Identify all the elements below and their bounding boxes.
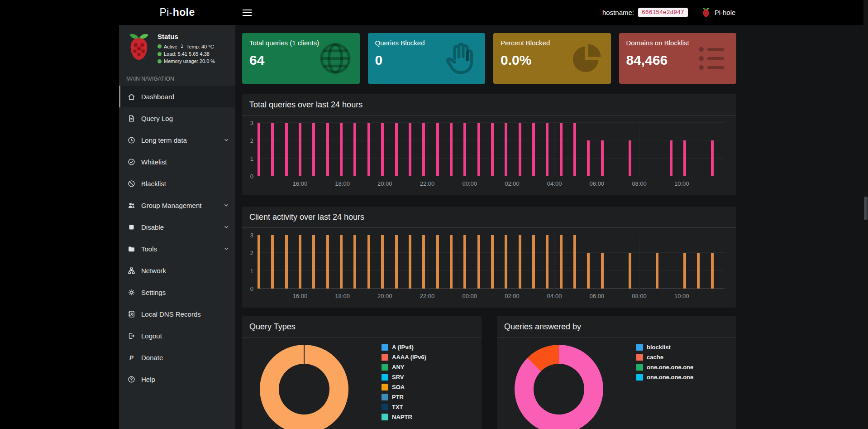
sidebar-item-label: Tools: [141, 245, 157, 253]
v-gridline: [554, 123, 555, 176]
sidebar-item-whitelist[interactable]: Whitelist: [119, 151, 235, 173]
legend-item-one-one-one-one[interactable]: one.one.one.one: [636, 374, 693, 381]
scrollbar-thumb[interactable]: [864, 197, 868, 220]
bar: [395, 123, 398, 176]
bar: [601, 140, 604, 176]
dashboard-content: Total queries (1 clients) 64 Queries Blo…: [242, 25, 736, 429]
card-total-queries[interactable]: Total queries (1 clients) 64: [242, 33, 360, 84]
bar: [491, 123, 494, 176]
bar: [519, 123, 521, 176]
sidebar-item-settings[interactable]: Settings: [119, 281, 235, 303]
bar: [532, 235, 535, 289]
legend-item-aaaa-ipv6-[interactable]: AAAA (IPv6): [382, 354, 426, 361]
legend-item-cache[interactable]: cache: [636, 354, 693, 361]
navbar-right: hostname: 666154e2d947 Pi-hole: [602, 0, 735, 25]
panel-title: Queries answered by: [504, 322, 729, 332]
status-title: Status: [157, 33, 215, 40]
bar: [258, 123, 260, 176]
sidebar-toggle-button[interactable]: [235, 0, 259, 25]
sidebar-item-label: Disable: [141, 223, 164, 231]
x-tick-label: 18:00: [335, 180, 350, 187]
sidebar-item-label: Blacklist: [141, 180, 166, 188]
legend-item-soa[interactable]: SOA: [382, 384, 426, 390]
bar: [381, 235, 384, 289]
page-scrollbar[interactable]: [863, 0, 868, 429]
v-gridline: [385, 123, 385, 176]
legend-item-any[interactable]: ANY: [382, 364, 426, 371]
sidebar-item-long-term-data[interactable]: Long term data: [119, 129, 235, 151]
bar: [326, 235, 329, 289]
y-tick-label: 0: [250, 174, 253, 179]
legend-label: cache: [647, 354, 663, 361]
hand-stop-icon: [443, 40, 479, 77]
v-gridline: [427, 235, 428, 289]
legend-item-txt[interactable]: TXT: [382, 404, 426, 410]
bar: [285, 235, 288, 289]
sidebar-item-label: Long term data: [141, 136, 187, 144]
product-name: Pi-hole: [715, 9, 736, 16]
chevron-down-icon: [223, 202, 229, 208]
sidebar-item-logout[interactable]: Logout: [119, 325, 235, 347]
sidebar-item-query-log[interactable]: Query Log: [119, 107, 235, 129]
sidebar-item-network[interactable]: Network: [119, 260, 235, 281]
status-ok-icon: [157, 52, 162, 56]
bar: [670, 140, 672, 176]
query-types-legend: A (IPv4)AAAA (IPv6)ANYSRVSOAPTRTXTNAPTR: [382, 344, 426, 420]
sidebar-item-group-management[interactable]: Group Management: [119, 194, 235, 216]
sidebar-item-dashboard[interactable]: Dashboard: [119, 86, 235, 107]
legend-item-a-ipv4-[interactable]: A (IPv4): [382, 344, 426, 351]
client-activity-bar-chart[interactable]: 012316:0018:0020:0022:0000:0002:0004:000…: [242, 228, 736, 308]
legend-item-srv[interactable]: SRV: [382, 374, 426, 381]
legend-swatch: [382, 344, 388, 351]
sidebar-item-donate[interactable]: P Donate: [119, 347, 235, 368]
status-panel: Status Active Temp: 40 °C Load: 5.41 5.6…: [119, 25, 235, 69]
x-tick-label: 22:00: [420, 180, 435, 187]
status-row-active: Active Temp: 40 °C: [157, 43, 215, 49]
queries-answered-by-legend: blocklistcacheone.one.one.oneone.one.one…: [636, 344, 693, 381]
queries-answered-by-donut[interactable]: [515, 345, 603, 429]
bar: [477, 235, 480, 289]
bottom-panels-row: Query Types A (IPv4)AAAA (IPv6)ANYSRVSOA…: [242, 316, 736, 429]
brand-logo[interactable]: Pi-hole: [119, 0, 235, 25]
card-domains-on-blocklist[interactable]: Domains on Blocklist 84,466: [619, 33, 737, 84]
card-queries-blocked[interactable]: Queries Blocked 0: [368, 33, 486, 84]
sidebar-item-blacklist[interactable]: Blacklist: [119, 173, 235, 194]
chart-plot[interactable]: 012316:0018:0020:0022:0000:0002:0004:000…: [258, 123, 725, 176]
bar: [711, 253, 714, 289]
x-tick-label: 16:00: [293, 180, 308, 187]
paypal-icon: P: [127, 354, 136, 362]
queries-bar-chart[interactable]: 012316:0018:0020:0022:0000:0002:0004:000…: [242, 116, 736, 195]
brand-suffix: hole: [173, 6, 195, 19]
v-gridline: [427, 123, 428, 176]
legend-item-one-one-one-one[interactable]: one.one.one.one: [636, 364, 693, 371]
sidebar-item-help[interactable]: Help: [119, 368, 235, 390]
legend-item-ptr[interactable]: PTR: [382, 394, 426, 400]
bar: [409, 123, 411, 176]
legend-swatch: [382, 364, 388, 371]
bar: [381, 123, 384, 176]
chart-plot[interactable]: 012316:0018:0020:0022:0000:0002:0004:000…: [258, 235, 725, 289]
legend-item-blocklist[interactable]: blocklist: [636, 344, 693, 351]
y-tick-label: 3: [250, 232, 253, 238]
sidebar-item-tools[interactable]: Tools: [119, 238, 235, 260]
sidebar-item-local-dns-records[interactable]: Local DNS Records: [119, 303, 235, 325]
sidebar-item-label: Help: [141, 376, 155, 383]
bar: [258, 235, 260, 289]
sidebar-item-disable[interactable]: Disable: [119, 216, 235, 238]
bar: [422, 123, 425, 176]
x-tick-label: 16:00: [293, 293, 308, 299]
bar: [367, 123, 370, 176]
v-gridline: [512, 123, 512, 176]
check-circle-icon: [127, 158, 136, 166]
panel-title: Client activity over last 24 hours: [249, 212, 729, 222]
y-tick-label: 1: [250, 155, 253, 161]
y-tick-label: 0: [250, 286, 253, 292]
query-types-donut[interactable]: [260, 345, 348, 429]
bar: [491, 235, 494, 289]
panel-query-types: Query Types A (IPv4)AAAA (IPv6)ANYSRVSOA…: [242, 316, 482, 429]
y-tick-label: 3: [250, 120, 253, 126]
bar: [353, 235, 356, 289]
card-percent-blocked[interactable]: Percent Blocked 0.0%: [493, 33, 611, 84]
legend-item-naptr[interactable]: NAPTR: [382, 414, 426, 420]
x-tick-label: 02:00: [505, 293, 520, 299]
